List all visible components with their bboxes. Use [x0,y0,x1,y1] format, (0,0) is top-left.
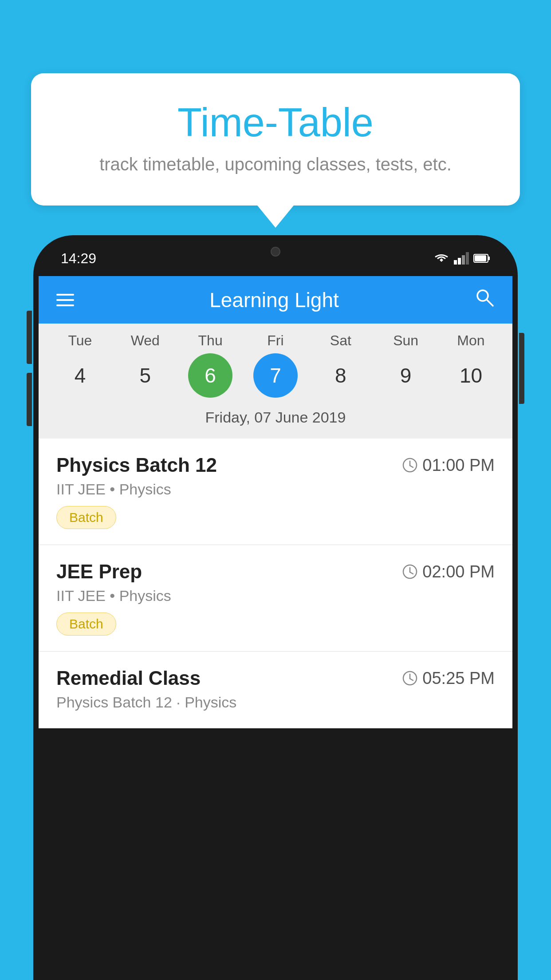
day-7-selected[interactable]: 7 [253,353,298,398]
day-numbers: 4 5 6 7 8 9 10 [39,353,512,398]
search-button[interactable] [474,287,495,312]
camera-dot [271,247,280,257]
class-meta-3: Physics Batch 12 · Physics [56,694,495,711]
tooltip-card: Time-Table track timetable, upcoming cla… [31,73,520,205]
app-header: Learning Light [39,276,512,324]
day-4[interactable]: 4 [58,353,102,398]
class-meta-1: IIT JEE • Physics [56,481,495,498]
class-item-header-3: Remedial Class 05:25 PM [56,667,495,689]
class-item-header-1: Physics Batch 12 01:00 PM [56,454,495,476]
day-label-tue: Tue [58,332,102,349]
hamburger-line-1 [56,294,74,296]
day-label-wed: Wed [123,332,167,349]
phone-top-bar: 14:29 [39,241,512,276]
svg-rect-5 [488,257,490,260]
class-item-header-2: JEE Prep 02:00 PM [56,561,495,583]
day-label-fri: Fri [253,332,298,349]
day-label-sun: Sun [384,332,428,349]
batch-badge-1: Batch [56,506,116,529]
class-name-2: JEE Prep [56,561,142,583]
clock-icon-2 [402,564,418,580]
app-title: Learning Light [209,288,339,312]
phone-mockup: 14:29 [33,235,518,980]
svg-line-11 [410,466,413,467]
svg-line-17 [410,679,413,680]
class-name-1: Physics Batch 12 [56,454,217,476]
battery-icon [473,253,490,264]
class-time-3: 05:25 PM [402,669,495,688]
day-label-mon: Mon [449,332,493,349]
tooltip-subtitle: track timetable, upcoming classes, tests… [67,154,484,174]
clock-icon-3 [402,670,418,686]
class-list: Physics Batch 12 01:00 PM IIT JEE • Phys… [39,439,512,728]
signal-icon [454,252,469,265]
svg-rect-2 [462,255,465,265]
menu-button[interactable] [56,294,74,306]
svg-rect-3 [466,252,469,265]
hamburger-line-3 [56,304,74,306]
clock-icon-1 [402,457,418,473]
status-time: 14:29 [61,250,96,267]
class-name-3: Remedial Class [56,667,201,689]
day-label-sat: Sat [319,332,363,349]
camera-notch [249,241,302,263]
day-label-thu: Thu [188,332,232,349]
class-item-remedial[interactable]: Remedial Class 05:25 PM Physics Batch 12… [39,652,512,728]
day-9[interactable]: 9 [384,353,428,398]
volume-up-button [27,311,32,364]
day-6-today[interactable]: 6 [188,353,232,398]
svg-line-8 [487,300,493,306]
class-meta-2: IIT JEE • Physics [56,587,495,605]
batch-badge-2: Batch [56,612,116,636]
calendar-week: Tue Wed Thu Fri Sat Sun Mon 4 5 6 7 8 9 … [39,324,512,439]
status-icons [433,252,490,265]
selected-date-label: Friday, 07 June 2019 [39,404,512,434]
class-item-physics-batch-12[interactable]: Physics Batch 12 01:00 PM IIT JEE • Phys… [39,439,512,545]
svg-rect-6 [475,255,486,261]
wifi-icon [433,252,449,265]
class-item-jee-prep[interactable]: JEE Prep 02:00 PM IIT JEE • Physics Batc… [39,545,512,652]
tooltip-title: Time-Table [67,100,484,146]
svg-rect-1 [458,258,461,265]
volume-down-button [27,373,32,426]
day-8[interactable]: 8 [319,353,363,398]
day-10[interactable]: 10 [449,353,493,398]
phone-screen: Learning Light Tue Wed Thu Fri Sat Sun M… [39,276,512,728]
power-button [519,333,524,404]
class-time-1: 01:00 PM [402,456,495,475]
day-labels: Tue Wed Thu Fri Sat Sun Mon [39,332,512,349]
day-5[interactable]: 5 [123,353,167,398]
class-time-2: 02:00 PM [402,562,495,581]
svg-line-14 [410,572,413,574]
svg-rect-0 [454,260,457,265]
hamburger-line-2 [56,299,74,301]
